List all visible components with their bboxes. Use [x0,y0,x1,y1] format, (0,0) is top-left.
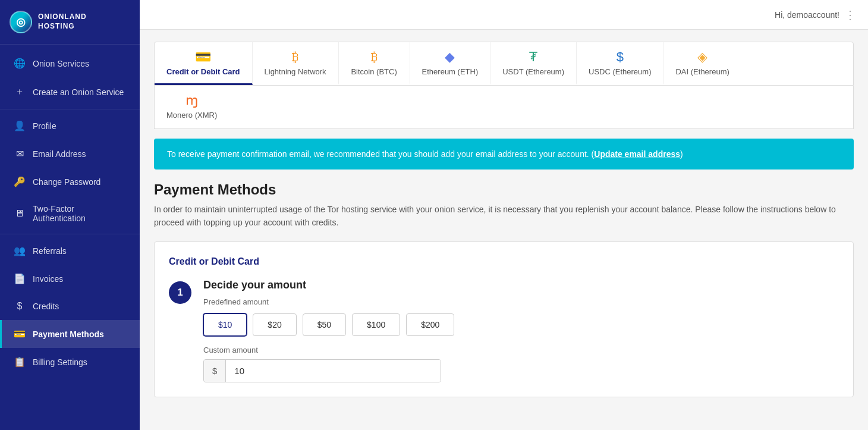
billing-icon: 📋 [14,356,26,368]
logo-text: ONIONLAND HOSTING [38,12,87,31]
email-icon: ✉ [14,148,26,159]
page-description: In order to maintain uninterrupted usage… [154,203,854,230]
sidebar-item-billing-settings[interactable]: 📋 Billing Settings [0,348,140,376]
amount-btn-10[interactable]: $10 [203,313,247,336]
twofa-icon: 🖥 [14,208,26,219]
tab-bitcoin[interactable]: ₿ Bitcoin (BTC) [339,42,410,85]
xmr-icon: ɱ [185,93,198,108]
sidebar: ◎ ONIONLAND HOSTING 🌐 Onion Services ＋ C… [0,0,140,430]
sidebar-item-credits[interactable]: $ Credits [0,293,140,320]
tab-ethereum[interactable]: ◆ Ethereum (ETH) [410,42,491,85]
step-1-content: Decide your amount Predefined amount $10… [203,279,839,382]
step-1-title: Decide your amount [203,279,839,291]
dai-icon: ◈ [697,49,707,65]
greeting-text: Hi, demoaccount! [775,10,839,20]
lightning-icon: ₿ [292,49,298,65]
sidebar-item-email[interactable]: ✉ Email Address [0,140,140,168]
topbar-menu-icon[interactable]: ⋮ [844,8,856,22]
payment-card: Credit or Debit Card 1 Decide your amoun… [154,241,854,397]
referrals-icon: 👥 [14,245,26,256]
amount-btn-20[interactable]: $20 [253,313,296,336]
plus-icon: ＋ [14,86,26,98]
sidebar-item-change-password[interactable]: 🔑 Change Password [0,168,140,196]
step-1-badge: 1 [169,281,191,304]
credits-icon: $ [14,301,26,312]
tab-monero[interactable]: ɱ Monero (XMR) [155,86,229,128]
amount-btn-100[interactable]: $100 [352,313,400,336]
sidebar-item-referrals[interactable]: 👥 Referrals [0,237,140,265]
usdt-icon: ₮ [529,49,537,65]
currency-prefix: $ [204,360,226,382]
sidebar-nav: 🌐 Onion Services ＋ Create an Onion Servi… [0,45,140,381]
sidebar-item-invoices[interactable]: 📄 Invoices [0,265,140,293]
card-icon: 💳 [195,49,211,65]
logo-icon: ◎ [10,11,32,33]
payment-icon: 💳 [14,328,26,340]
globe-icon: 🌐 [14,58,26,69]
amount-buttons: $10 $20 $50 $100 $200 [203,313,839,336]
topbar: Hi, demoaccount! ⋮ [140,0,868,30]
tab-lightning[interactable]: ₿ Lightning Network [253,42,339,85]
amount-btn-50[interactable]: $50 [303,313,346,336]
invoices-icon: 📄 [14,273,26,284]
sidebar-item-profile[interactable]: 👤 Profile [0,112,140,140]
sidebar-item-payment-methods[interactable]: 💳 Payment Methods [0,320,140,348]
usdc-icon: $ [617,49,624,65]
page-title: Payment Methods [154,181,854,198]
logo-area: ◎ ONIONLAND HOSTING [0,0,140,45]
content-area: 💳 Credit or Debit Card ₿ Lightning Netwo… [140,30,868,430]
custom-amount-label: Custom amount [203,346,839,354]
main-area: Hi, demoaccount! ⋮ 💳 Credit or Debit Car… [140,0,868,430]
payment-tabs-row1: 💳 Credit or Debit Card ₿ Lightning Netwo… [154,42,854,86]
custom-amount-row: $ [203,359,441,382]
eth-icon: ◆ [445,49,455,65]
card-title: Credit or Debit Card [169,256,839,267]
tab-usdt[interactable]: ₮ USDT (Ethereum) [490,42,577,85]
predefined-amount-label: Predefined amount [203,297,839,306]
bitcoin-icon: ₿ [371,49,378,65]
sidebar-item-onion-services[interactable]: 🌐 Onion Services [0,49,140,77]
tab-dai[interactable]: ◈ DAI (Ethereum) [663,42,741,85]
tab-usdc[interactable]: $ USDC (Ethereum) [577,42,663,85]
alert-banner: To receive payment confirmation email, w… [154,139,854,170]
sidebar-item-two-factor[interactable]: 🖥 Two-Factor Authentication [0,196,140,231]
payment-tabs-row2: ɱ Monero (XMR) [154,86,854,129]
profile-icon: 👤 [14,120,26,131]
key-icon: 🔑 [14,176,26,187]
step-1-row: 1 Decide your amount Predefined amount $… [169,279,839,382]
tab-credit-debit[interactable]: 💳 Credit or Debit Card [155,42,253,85]
amount-btn-200[interactable]: $200 [406,313,454,336]
update-email-link[interactable]: Update email address [594,149,680,159]
custom-amount-input[interactable] [226,360,441,382]
sidebar-item-create-onion[interactable]: ＋ Create an Onion Service [0,77,140,106]
